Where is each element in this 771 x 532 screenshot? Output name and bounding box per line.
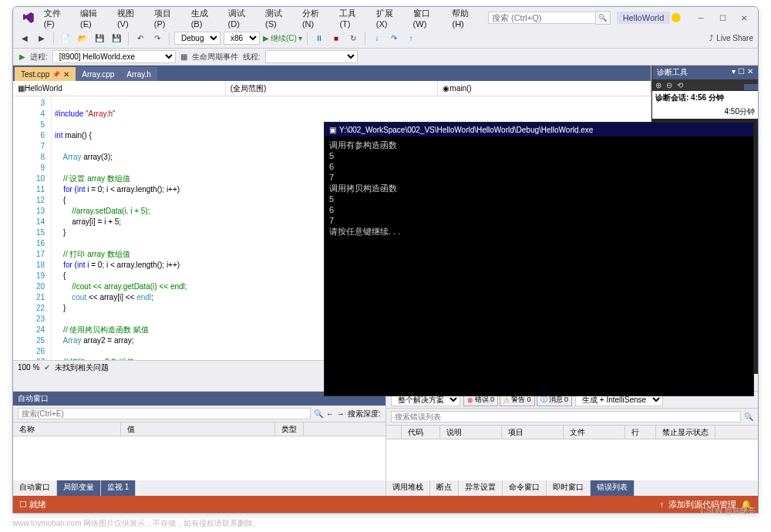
config-dropdown[interactable]: Debug <box>174 32 221 45</box>
live-share-button[interactable]: ⤴ Live Share <box>709 34 753 42</box>
tab-callstack[interactable]: 调用堆栈 <box>386 480 430 496</box>
open-icon[interactable]: 📂 <box>76 32 89 45</box>
menu-window[interactable]: 窗口(W) <box>410 6 446 30</box>
maximize-button[interactable]: ☐ <box>712 10 733 25</box>
autos-search-input[interactable] <box>18 408 311 419</box>
col-project[interactable]: 项目 <box>502 426 564 439</box>
search-button[interactable]: 🔍 <box>595 11 611 25</box>
nav-back-icon[interactable]: ◀ <box>18 32 32 45</box>
window-controls: ─ ☐ ✕ <box>690 10 755 25</box>
errorlist-search-input[interactable] <box>391 411 742 423</box>
status-ready: 就绪 <box>29 499 46 510</box>
reset-zoom-icon[interactable]: ⟲ <box>677 81 683 89</box>
menu-file[interactable]: 文件(F) <box>41 6 74 30</box>
redo-icon[interactable]: ↷ <box>150 32 164 45</box>
menu-tools[interactable]: 工具(T) <box>336 6 369 30</box>
menu-build[interactable]: 生成(B) <box>188 6 222 30</box>
tab-command[interactable]: 命令窗口 <box>503 480 547 496</box>
col-file[interactable]: 文件 <box>564 426 625 439</box>
console-output: 调用有参构造函数 5 6 7 调用拷贝构造函数 5 6 7 请按任意键继续. .… <box>325 136 753 240</box>
console-window[interactable]: ▣ Y:\002_WorkSpace\002_VS\HelloWorld\Hel… <box>324 122 754 396</box>
new-project-icon[interactable]: 📄 <box>59 32 72 45</box>
close-button[interactable]: ✕ <box>733 10 755 25</box>
depth-label: 搜索深度: <box>348 409 381 419</box>
save-all-icon[interactable]: 💾 <box>109 32 123 45</box>
step-into-icon[interactable]: ↓ <box>370 32 384 45</box>
vs-logo-icon <box>22 12 35 24</box>
bottom-panels: 自动窗口 🔍 ← → 搜索深度: 名称 值 类型 自动窗口 局部变量 监视 1 <box>13 391 758 496</box>
tab-autos[interactable]: 自动窗口 <box>13 480 57 496</box>
minimize-button[interactable]: ─ <box>690 10 712 25</box>
bottom-tabs-left: 自动窗口 局部变量 监视 1 <box>13 480 386 496</box>
nav-function[interactable]: ◉ main() <box>438 81 651 96</box>
tab-immediate[interactable]: 即时窗口 <box>547 480 591 496</box>
console-icon: ▣ <box>329 126 336 134</box>
col-suppress[interactable]: 禁止显示状态 <box>656 426 715 439</box>
col-name[interactable]: 名称 <box>13 423 121 436</box>
debug-toolbar: ▶ 进程: [8900] HelloWorld.exe ▦ 生命周期事件 线程: <box>13 49 758 66</box>
menu-test[interactable]: 测试(S) <box>262 6 296 30</box>
tab-test-cpp[interactable]: Test.cpp📌✕ <box>15 67 76 81</box>
menu-view[interactable]: 视图(V) <box>114 6 148 30</box>
tab-exceptions[interactable]: 异常设置 <box>459 480 503 496</box>
platform-dropdown[interactable]: x86 <box>224 32 260 45</box>
diagnostics-marker: 4:50分钟 <box>652 105 758 119</box>
menu-edit[interactable]: 编辑(E) <box>77 6 111 30</box>
console-titlebar: ▣ Y:\002_WorkSpace\002_VS\HelloWorld\Hel… <box>325 123 753 136</box>
tab-array-cpp[interactable]: Array.cpp <box>76 67 120 81</box>
col-type[interactable]: 类型 <box>275 423 304 436</box>
save-icon[interactable]: 💾 <box>93 32 106 45</box>
lifecycle-icon[interactable]: ▦ <box>180 52 187 61</box>
zoom-level[interactable]: 100 % <box>18 363 39 372</box>
undo-icon[interactable]: ↶ <box>133 32 147 45</box>
main-toolbar: ◀ ▶ 📄 📂 💾 💾 ↶ ↷ Debug x86 ▶ 继续(C) ▾ ⏸ ■ … <box>13 29 758 49</box>
autos-panel: 自动窗口 🔍 ← → 搜索深度: 名称 值 类型 自动窗口 局部变量 监视 1 <box>13 392 386 496</box>
stop-icon[interactable]: ■ <box>329 32 343 45</box>
col-value[interactable]: 值 <box>121 423 275 436</box>
feedback-icon[interactable] <box>670 12 682 24</box>
tab-breakpoints[interactable]: 断点 <box>430 480 459 496</box>
nav-scope[interactable]: ▦ HelloWorld <box>13 81 226 96</box>
zoom-in-icon[interactable]: ⊕ <box>655 81 662 89</box>
nav-fwd-icon[interactable]: ▶ <box>35 32 49 45</box>
menu-help[interactable]: 帮助(H) <box>449 6 483 30</box>
zoom-out-icon[interactable]: ⊖ <box>666 81 672 89</box>
search-icon[interactable]: 🔍 <box>314 409 323 418</box>
col-line[interactable]: 行 <box>625 426 656 439</box>
col-desc[interactable]: 说明 <box>440 426 502 439</box>
vcs-icon[interactable]: ↑ <box>660 500 665 509</box>
nav-member[interactable]: (全局范围) <box>226 81 439 96</box>
server-explorer-tab[interactable]: 服务器资源管理器 <box>744 84 758 90</box>
menu-extensions[interactable]: 扩展(X) <box>373 6 407 30</box>
col-code[interactable]: 代码 <box>402 426 440 439</box>
quick-search-input[interactable] <box>488 12 596 24</box>
nav-next-icon[interactable]: → <box>337 409 345 418</box>
step-out-icon[interactable]: ↑ <box>404 32 418 45</box>
col-icon <box>386 426 402 439</box>
tab-locals[interactable]: 局部变量 <box>57 480 101 496</box>
line-gutter: 3456789101112131415161718192021222324252… <box>13 96 52 360</box>
statusbar: ☐ 就绪 ↑ 添加到源代码管理 🔔 <box>13 496 758 513</box>
no-issues-label: 未找到相关问题 <box>55 362 109 373</box>
bottom-tabs-right: 调用堆栈 断点 异常设置 命令窗口 即时窗口 错误列表 <box>386 480 759 496</box>
search-icon[interactable]: 🔍 <box>744 412 753 421</box>
menu-project[interactable]: 项目(P) <box>151 6 185 30</box>
thread-dropdown[interactable] <box>265 50 358 63</box>
svg-point-0 <box>672 13 681 22</box>
menu-analyze[interactable]: 分析(N) <box>299 6 333 30</box>
diagnostics-session: 诊断会话: 4:56 分钟 <box>652 91 758 105</box>
step-over-icon[interactable]: ↷ <box>387 32 401 45</box>
nav-bar: ▦ HelloWorld (全局范围) ◉ main() <box>13 81 651 96</box>
process-dropdown[interactable]: [8900] HelloWorld.exe <box>52 50 176 63</box>
nav-prev-icon[interactable]: ← <box>326 409 334 418</box>
restart-icon[interactable]: ↻ <box>346 32 360 45</box>
pin-icon[interactable]: 📌 <box>52 71 60 78</box>
tab-watch[interactable]: 监视 1 <box>101 480 136 496</box>
pause-icon[interactable]: ⏸ <box>312 32 326 45</box>
tab-array-h[interactable]: Array.h <box>120 67 157 81</box>
tab-errorlist[interactable]: 错误列表 <box>591 480 635 496</box>
close-tab-icon[interactable]: ✕ <box>63 70 69 79</box>
continue-button[interactable]: ▶ 继续(C) ▾ <box>263 33 302 44</box>
menu-debug[interactable]: 调试(D) <box>225 6 259 30</box>
process-label: 进程: <box>30 52 48 62</box>
